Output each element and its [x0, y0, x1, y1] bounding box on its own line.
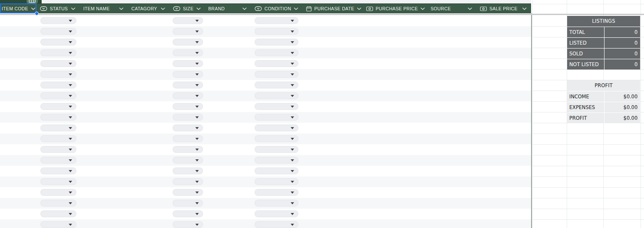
condition-dropdown[interactable] [255, 49, 298, 56]
condition-dropdown[interactable] [255, 146, 298, 153]
size-dropdown[interactable] [173, 210, 203, 217]
chevron-down-icon[interactable] [357, 7, 361, 10]
size-dropdown[interactable] [173, 71, 203, 78]
status-dropdown[interactable] [40, 189, 76, 196]
condition-dropdown[interactable] [255, 114, 298, 121]
condition-dropdown[interactable] [255, 39, 298, 46]
gridline [532, 209, 644, 209]
column-header-purchase-date[interactable]: PURCHASE DATE [303, 4, 363, 13]
condition-dropdown[interactable] [255, 157, 298, 164]
status-dropdown[interactable] [40, 92, 76, 99]
column-header-condition[interactable]: CONDITION [251, 4, 303, 13]
status-dropdown[interactable] [40, 221, 76, 228]
dropdown-arrow-icon [195, 84, 199, 86]
column-header-label: BRAND [208, 6, 225, 11]
dropdown-arrow-icon [195, 181, 199, 183]
size-dropdown[interactable] [173, 28, 203, 35]
condition-dropdown[interactable] [255, 17, 298, 24]
status-dropdown[interactable] [40, 71, 76, 78]
status-dropdown[interactable] [40, 200, 76, 207]
condition-dropdown[interactable] [255, 103, 298, 110]
status-dropdown[interactable] [40, 60, 76, 67]
condition-dropdown[interactable] [255, 82, 298, 88]
chevron-down-icon[interactable] [522, 7, 527, 10]
chevron-down-icon[interactable] [468, 7, 472, 10]
size-dropdown[interactable] [173, 17, 203, 24]
condition-dropdown[interactable] [255, 200, 298, 207]
status-dropdown[interactable] [40, 125, 76, 131]
condition-dropdown[interactable] [255, 210, 298, 217]
size-dropdown[interactable] [173, 103, 203, 110]
status-dropdown[interactable] [40, 82, 76, 88]
status-dropdown[interactable] [40, 114, 76, 121]
chevron-down-icon[interactable] [71, 7, 76, 10]
size-dropdown[interactable] [173, 60, 203, 67]
chevron-down-icon[interactable] [161, 7, 165, 10]
size-dropdown[interactable] [173, 157, 203, 164]
condition-dropdown[interactable] [255, 92, 298, 99]
size-dropdown[interactable] [173, 167, 203, 174]
column-header-item-name[interactable]: ITEM NAME [80, 4, 128, 13]
table-tab[interactable] [0, 0, 42, 3]
size-dropdown[interactable] [173, 200, 203, 207]
table-row [0, 155, 531, 166]
status-dropdown[interactable] [40, 49, 76, 56]
chevron-down-icon[interactable] [119, 7, 124, 10]
status-dropdown[interactable] [40, 17, 76, 24]
size-dropdown[interactable] [173, 221, 203, 228]
profit-row-value: $0.00 [604, 91, 640, 102]
column-header-sale-price[interactable]: SALE PRICE [477, 4, 531, 13]
size-dropdown[interactable] [173, 125, 203, 131]
dropdown-arrow-icon [69, 52, 72, 54]
condition-dropdown[interactable] [255, 71, 298, 78]
size-dropdown[interactable] [173, 114, 203, 121]
size-dropdown[interactable] [173, 135, 203, 142]
table-row [0, 187, 531, 198]
status-dropdown[interactable] [40, 210, 76, 217]
column-header-purchase-price[interactable]: PURCHASE PRICE [363, 4, 427, 13]
condition-dropdown[interactable] [255, 125, 298, 131]
status-dropdown[interactable] [40, 178, 76, 185]
chevron-down-icon[interactable] [242, 7, 247, 10]
chevron-down-icon[interactable] [196, 7, 201, 10]
status-dropdown[interactable] [40, 146, 76, 153]
freeze-divider[interactable] [0, 14, 644, 15]
dropdown-arrow-icon [291, 30, 294, 33]
size-dropdown[interactable] [173, 39, 203, 46]
size-dropdown[interactable] [173, 189, 203, 196]
column-header-label: CATAGORY [131, 6, 157, 11]
column-header-status[interactable]: STATUS [36, 4, 80, 13]
condition-dropdown[interactable] [255, 189, 298, 196]
condition-dropdown[interactable] [255, 28, 298, 35]
status-dropdown[interactable] [40, 103, 76, 110]
table-row [0, 101, 531, 112]
status-dropdown[interactable] [40, 39, 76, 46]
fill-handle[interactable] [35, 12, 39, 15]
condition-dropdown[interactable] [255, 167, 298, 174]
size-dropdown[interactable] [173, 49, 203, 56]
condition-dropdown[interactable] [255, 221, 298, 228]
dropdown-arrow-icon [291, 192, 294, 194]
column-header-item-code[interactable]: ITEM CODE [0, 4, 36, 13]
size-dropdown[interactable] [173, 82, 203, 88]
chevron-down-icon[interactable] [420, 7, 425, 10]
condition-dropdown[interactable] [255, 135, 298, 142]
size-dropdown[interactable] [173, 92, 203, 99]
column-header-catagory[interactable]: CATAGORY [128, 4, 170, 13]
status-dropdown[interactable] [40, 28, 76, 35]
chevron-down-icon[interactable] [294, 7, 298, 10]
chevron-down-icon[interactable] [31, 7, 36, 10]
size-dropdown[interactable] [173, 146, 203, 153]
column-header-size[interactable]: SIZE [170, 4, 205, 13]
condition-dropdown[interactable] [255, 178, 298, 185]
status-dropdown[interactable] [40, 157, 76, 164]
status-dropdown[interactable] [40, 135, 76, 142]
condition-dropdown[interactable] [255, 60, 298, 67]
dropdown-arrow-icon [195, 20, 199, 22]
column-header-brand[interactable]: BRAND [205, 4, 251, 13]
size-dropdown[interactable] [173, 178, 203, 185]
listings-row-value: 0 [604, 27, 640, 37]
column-header-source[interactable]: SOURCE [427, 4, 477, 13]
status-dropdown[interactable] [40, 167, 76, 174]
listings-row-value: 0 [604, 38, 640, 48]
